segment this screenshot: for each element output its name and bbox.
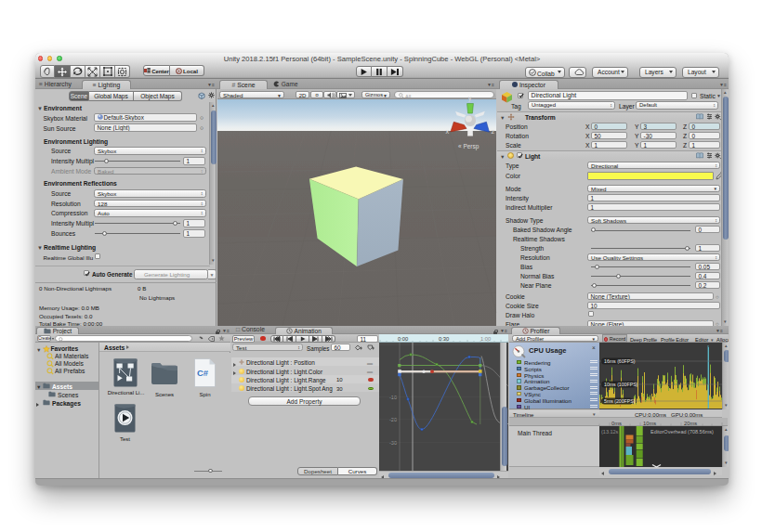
- svg-text:(13.12s: (13.12s: [601, 429, 619, 435]
- svg-text:16ms (60FPS): 16ms (60FPS): [604, 358, 636, 364]
- svg-text:10ms (100FPS): 10ms (100FPS): [604, 382, 638, 387]
- svg-text:EditorOverhead (708.56ms): EditorOverhead (708.56ms): [650, 429, 714, 435]
- svg-text:x: x: [446, 127, 450, 136]
- svg-text:« Persp: « Persp: [458, 143, 480, 150]
- svg-text:z: z: [491, 127, 494, 136]
- svg-text:C#: C#: [197, 368, 209, 378]
- svg-text:y: y: [468, 94, 472, 102]
- svg-text:5ms (200FPS): 5ms (200FPS): [604, 398, 636, 404]
